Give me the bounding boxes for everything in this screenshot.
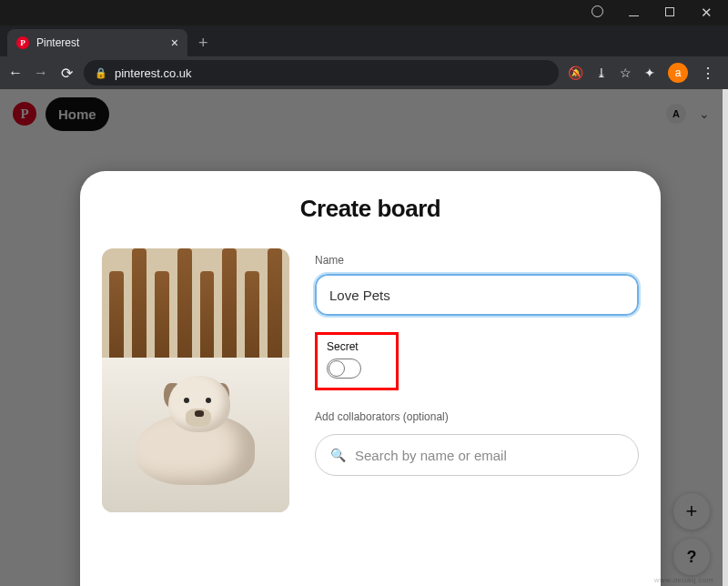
collaborators-placeholder: Search by name or email <box>355 448 507 463</box>
browser-toolbar: ← → ⟳ 🔒 pinterest.co.uk 🔕 ⤓ ☆ ✦ a ⋮ <box>0 56 728 89</box>
window-minimize-button[interactable] <box>626 6 641 19</box>
window-close-button[interactable]: ✕ <box>699 5 713 21</box>
address-bar[interactable]: 🔒 pinterest.co.uk <box>84 60 559 86</box>
create-board-modal: Create board Name <box>80 171 661 586</box>
search-icon: 🔍 <box>330 448 346 462</box>
browser-tabstrip: P Pinterest × + <box>0 25 728 56</box>
pinterest-favicon-icon: P <box>16 36 29 49</box>
watermark-text: www.deuaq.com <box>654 576 713 584</box>
collaborators-search-input[interactable]: 🔍 Search by name or email <box>315 434 639 476</box>
back-button[interactable]: ← <box>7 65 24 81</box>
secret-highlight-box: Secret <box>315 332 399 390</box>
extensions-icon[interactable]: ✦ <box>644 66 655 80</box>
secret-toggle[interactable] <box>327 359 361 379</box>
page-viewport: P Home A ⌄ + ? Create board <box>0 89 723 586</box>
board-name-input[interactable] <box>315 274 639 316</box>
address-text: pinterest.co.uk <box>115 66 192 80</box>
page-scrollbar[interactable] <box>723 89 728 586</box>
profile-avatar[interactable]: a <box>668 63 688 83</box>
name-field-label: Name <box>315 254 639 267</box>
browser-tab-pinterest[interactable]: P Pinterest × <box>7 29 187 56</box>
toggle-knob <box>329 360 345 377</box>
reload-button[interactable]: ⟳ <box>58 65 75 82</box>
secret-field-label: Secret <box>327 340 387 353</box>
modal-title: Create board <box>102 195 639 223</box>
browser-menu-button[interactable]: ⋮ <box>701 65 715 82</box>
install-app-icon[interactable]: ⤓ <box>596 66 607 80</box>
new-tab-button[interactable]: + <box>187 29 219 56</box>
board-preview-image <box>102 248 289 512</box>
forward-button[interactable]: → <box>33 65 49 81</box>
tab-title: Pinterest <box>36 36 79 49</box>
collaborators-label: Add collaborators (optional) <box>315 410 639 423</box>
modal-form: Name Secret Add collaborators (optional)… <box>315 248 639 512</box>
toolbar-right: 🔕 ⤓ ☆ ✦ a ⋮ <box>568 63 721 83</box>
window-titlebar: ✕ <box>0 0 728 25</box>
record-indicator-icon <box>590 5 604 20</box>
bookmark-star-icon[interactable]: ☆ <box>620 66 632 80</box>
notifications-muted-icon[interactable]: 🔕 <box>568 66 583 80</box>
lock-icon: 🔒 <box>95 67 107 79</box>
window-maximize-button[interactable] <box>662 6 677 19</box>
tab-close-button[interactable]: × <box>171 35 178 50</box>
